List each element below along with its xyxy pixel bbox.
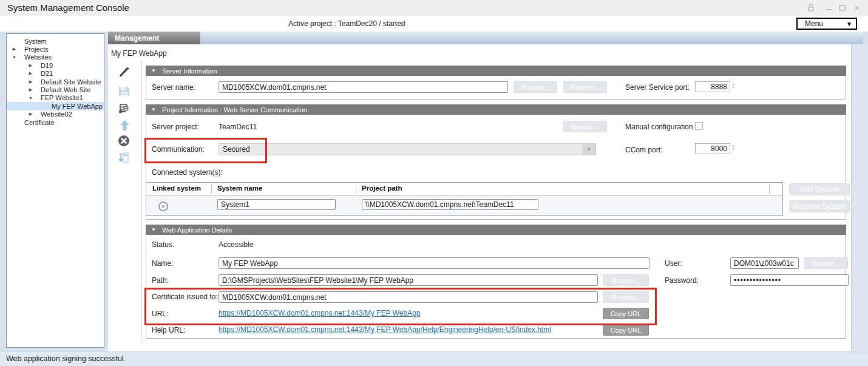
password-input[interactable]: ••••••••••••••• — [730, 274, 849, 286]
ccom-port-label: CCom port: — [625, 146, 662, 154]
project-path-input[interactable]: \\MD1005XCW.dom01.cmpns.net\TeamDec11 — [362, 199, 538, 210]
expand-icon[interactable]: ▶ — [27, 112, 34, 117]
connected-systems-table: Linked system System name Project path S… — [146, 182, 783, 216]
tree-item-certificate[interactable]: Certificate — [7, 118, 104, 126]
status-bar: Web application signing successful. — [0, 351, 868, 366]
path-browse-button[interactable]: Browse... — [603, 274, 649, 286]
tree-item-d21[interactable]: ▶D21 — [7, 70, 104, 78]
linked-system-radio[interactable] — [158, 202, 168, 211]
collapse-icon[interactable]: ▼ — [151, 68, 156, 73]
section-header-web-app-details[interactable]: ▼ Web Application Details — [146, 225, 846, 235]
expand-icon[interactable]: ▶ — [27, 71, 34, 76]
window-title: System Management Console — [7, 2, 129, 13]
tree-item-system[interactable]: System — [7, 37, 104, 45]
expand-icon[interactable]: ▶ — [27, 63, 34, 68]
toolbar-separator — [141, 61, 142, 342]
communication-dropdown[interactable]: Secured ▼ — [219, 143, 596, 155]
certificate-label: Certificate issued to: — [152, 293, 218, 301]
save-icon[interactable] — [117, 84, 131, 98]
server-project-value: TeamDec11 — [219, 123, 257, 131]
project-browse-button[interactable]: Browse... — [563, 121, 607, 132]
title-bar: System Management Console ✕ — [0, 0, 868, 16]
certificate-input[interactable]: MD1005XCW.dom01.cmpns.net — [219, 291, 598, 303]
header-strip — [0, 16, 868, 32]
status-message: Web application signing successful. — [6, 354, 126, 363]
menu-label: Menu — [805, 19, 846, 28]
system-management-console-window: System Management Console ✕ Active proje… — [0, 0, 868, 366]
webapp-url-link[interactable]: https://MD1005XCW.dom01.cmpns.net:1443/M… — [219, 309, 420, 317]
service-port-stepper[interactable]: ▲▼ — [731, 82, 735, 89]
server-name-input[interactable]: MD1005XCW.dom01.cmpns.net — [219, 81, 508, 93]
deploy-icon[interactable] — [117, 151, 131, 164]
chevron-down-icon[interactable]: ▼ — [582, 144, 595, 155]
tab-management[interactable]: Management — [108, 32, 200, 44]
breadcrumb: My FEP WebApp — [111, 49, 167, 58]
tab-strip: Management — [108, 32, 863, 44]
manual-config-checkbox[interactable] — [695, 122, 703, 130]
add-system-button[interactable]: Add System — [789, 183, 850, 195]
section-header-project-information[interactable]: ▼ Project Information : Web Server Commu… — [146, 104, 846, 115]
expand-icon[interactable]: ▶ — [27, 80, 34, 84]
service-port-input[interactable]: 8888 — [695, 81, 730, 92]
password-label: Password: — [665, 276, 699, 285]
help-url-link[interactable]: https://MD1005XCW.dom01.cmpns.net:1443/M… — [219, 325, 551, 334]
tree-item-fep-website1[interactable]: ▼FEP Website1 — [7, 94, 104, 102]
right-margin-strip — [851, 44, 868, 351]
connected-systems-label: Connected system(s): — [152, 168, 223, 177]
upload-icon[interactable] — [118, 119, 131, 132]
server-name-label: Server name: — [152, 83, 195, 92]
user-browse-button[interactable]: Browse... — [804, 257, 848, 269]
user-label: User: — [665, 259, 682, 268]
tree-item-website02[interactable]: ▶Website02 — [7, 110, 104, 118]
sign-icon[interactable] — [117, 66, 131, 79]
expand-icon[interactable]: ▶ — [11, 47, 18, 52]
collapse-icon[interactable]: ▼ — [151, 227, 156, 232]
path-input[interactable]: D:\GMSProjects\WebSites\FEP Website1\My … — [219, 274, 598, 286]
active-project-label: Active project : TeamDec20 / started — [288, 19, 405, 28]
ccom-port-input[interactable]: 8000 — [695, 143, 730, 154]
status-label: Status: — [152, 240, 174, 249]
projects-button[interactable]: Projects... — [563, 81, 607, 93]
certificate-browse-button[interactable]: Browse... — [603, 291, 649, 303]
user-input[interactable]: DOM01\z003w01c — [730, 257, 799, 269]
col-system-name: System name — [217, 185, 262, 192]
path-label: Path: — [152, 276, 169, 285]
remove-system-button[interactable]: Remove System — [789, 200, 850, 212]
col-linked-system: Linked system — [152, 185, 201, 192]
tree-item-projects[interactable]: ▶Projects — [7, 45, 104, 53]
copy-help-url-button[interactable]: Copy URL — [603, 324, 649, 336]
status-value: Accessible — [219, 240, 253, 249]
tree-item-websites[interactable]: ▼Websites — [7, 53, 104, 61]
collapse-icon[interactable]: ▼ — [27, 96, 34, 100]
manual-config-label: Manual configuration — [625, 123, 693, 131]
service-port-label: Server Service port: — [625, 83, 690, 92]
section-header-server-information[interactable]: ▼ Server Information — [146, 66, 846, 76]
communication-value: Secured — [223, 145, 582, 154]
col-project-path: Project path — [362, 185, 402, 192]
communication-label: Communication: — [152, 145, 205, 154]
minimize-button[interactable] — [823, 2, 835, 13]
spin-down-icon: ▼ — [731, 86, 735, 89]
collapse-icon[interactable]: ▼ — [11, 55, 18, 59]
system-name-input[interactable]: System1 — [217, 199, 336, 210]
name-label: Name: — [152, 259, 173, 268]
tree-item-default-web-site[interactable]: ▶Default Web Site — [7, 86, 104, 93]
table-header-row: Linked system System name Project path — [146, 183, 782, 195]
close-button[interactable]: ✕ — [851, 2, 863, 13]
stop-icon[interactable] — [117, 134, 131, 147]
expand-icon[interactable]: ▶ — [27, 87, 34, 92]
spin-down-icon: ▼ — [731, 147, 735, 151]
help-url-label: Help URL: — [152, 326, 185, 334]
copy-url-button[interactable]: Copy URL — [603, 308, 649, 319]
server-browse-button[interactable]: Browse... — [514, 81, 557, 93]
maximize-button[interactable] — [836, 2, 849, 13]
name-input[interactable]: My FEP WebApp — [219, 257, 649, 269]
menu-dropdown[interactable]: Menu ▼ — [796, 18, 857, 30]
server-project-label: Server project: — [152, 123, 199, 131]
tree-item-my-fep-webapp[interactable]: My FEP WebApp — [7, 102, 104, 110]
collapse-icon[interactable]: ▼ — [151, 107, 156, 112]
tree-item-default-site-website[interactable]: ▶Default Site Website — [7, 78, 104, 86]
certificate-icon[interactable] — [117, 102, 130, 115]
ccom-port-stepper[interactable]: ▲▼ — [731, 144, 735, 151]
tree-item-d19[interactable]: ▶D19 — [7, 61, 104, 69]
